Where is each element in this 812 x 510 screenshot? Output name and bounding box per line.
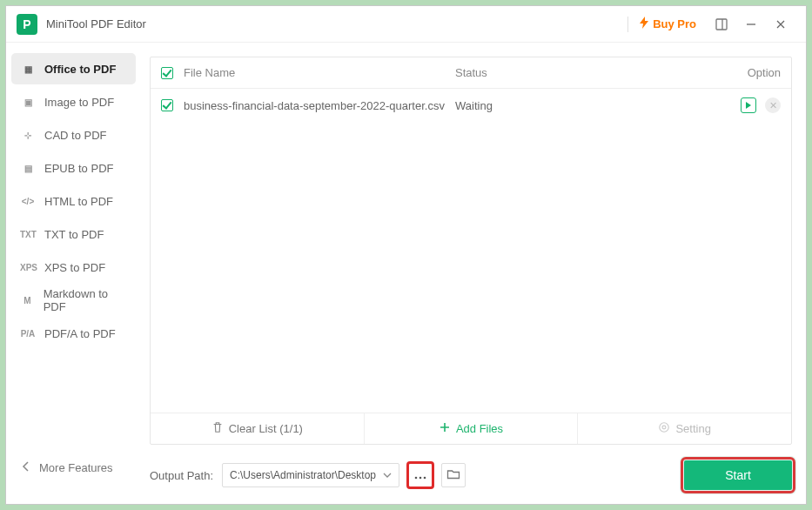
window-layout-icon[interactable] [707, 12, 736, 37]
sidebar-item-label: EPUB to PDF [44, 162, 113, 175]
sidebar-item-txt-to-pdf[interactable]: TXT TXT to PDF [11, 218, 136, 250]
column-header-option: Option [720, 66, 781, 79]
file-list: File Name Status Option business-financi… [150, 57, 792, 445]
gear-icon [658, 421, 670, 436]
setting-label: Setting [675, 422, 710, 435]
svg-point-2 [660, 423, 669, 433]
office-icon: ▦ [20, 64, 36, 74]
bolt-icon [639, 17, 649, 31]
start-button[interactable]: Start [684, 460, 792, 490]
browse-path-more-button[interactable] [408, 463, 433, 487]
main-panel: File Name Status Option business-financi… [141, 43, 806, 504]
svg-point-4 [419, 476, 422, 479]
clear-list-label: Clear List (1/1) [229, 422, 303, 435]
sidebar-item-label: CAD to PDF [44, 129, 107, 142]
sidebar-item-pdfa-to-pdf[interactable]: P/A PDF/A to PDF [11, 318, 136, 349]
sidebar-item-office-to-pdf[interactable]: ▦ Office to PDF [11, 53, 136, 84]
titlebar: MiniTool PDF Editor Buy Pro [6, 6, 806, 43]
buy-pro-label: Buy Pro [653, 17, 696, 30]
more-icon [414, 469, 426, 482]
sidebar-item-image-to-pdf[interactable]: ▣ Image to PDF [11, 86, 136, 117]
remove-row-button[interactable]: ✕ [765, 97, 781, 113]
sidebar-item-label: HTML to PDF [44, 195, 113, 208]
app-title: MiniTool PDF Editor [46, 17, 146, 30]
select-all-checkbox[interactable] [161, 67, 173, 79]
plus-icon [439, 421, 451, 436]
pdfa-icon: P/A [20, 329, 36, 339]
buy-pro-button[interactable]: Buy Pro [639, 17, 696, 31]
app-window: MiniTool PDF Editor Buy Pro ▦ Office to … [5, 5, 807, 505]
main-body: ▦ Office to PDF ▣ Image to PDF ⊹ CAD to … [6, 43, 806, 504]
folder-icon [446, 468, 460, 483]
chevron-left-icon [22, 461, 30, 474]
svg-point-3 [415, 476, 418, 479]
epub-icon: ▤ [20, 164, 36, 173]
start-label: Start [725, 468, 751, 482]
sidebar-item-label: PDF/A to PDF [44, 327, 116, 340]
output-path-select[interactable]: C:\Users\Administrator\Desktop [222, 463, 399, 487]
more-features-label: More Features [39, 461, 113, 474]
row-file-name: business-financial-data-september-2022-q… [184, 99, 445, 112]
app-logo-icon [17, 14, 37, 35]
txt-icon: TXT [20, 230, 36, 239]
sidebar: ▦ Office to PDF ▣ Image to PDF ⊹ CAD to … [6, 43, 141, 504]
open-folder-button[interactable] [441, 463, 466, 487]
output-path-value: C:\Users\Administrator\Desktop [230, 469, 376, 481]
list-toolbar: Clear List (1/1) Add Files Setting [151, 413, 791, 444]
sidebar-item-label: Office to PDF [44, 63, 116, 76]
output-path-label: Output Path: [150, 469, 213, 482]
row-checkbox[interactable] [161, 99, 173, 111]
row-status: Waiting [455, 99, 720, 112]
trash-icon [211, 421, 224, 436]
list-rows: business-financial-data-september-2022-q… [151, 89, 791, 413]
setting-button[interactable]: Setting [578, 413, 791, 444]
footer-row: Output Path: C:\Users\Administrator\Desk… [150, 460, 792, 490]
svg-point-1 [663, 426, 667, 429]
list-header: File Name Status Option [151, 57, 791, 89]
xps-icon: XPS [20, 263, 36, 272]
markdown-icon: M [20, 296, 35, 305]
column-header-status: Status [455, 66, 720, 79]
sidebar-item-epub-to-pdf[interactable]: ▤ EPUB to PDF [11, 152, 136, 184]
sidebar-item-label: TXT to PDF [44, 228, 104, 241]
svg-rect-0 [716, 19, 727, 30]
cad-icon: ⊹ [20, 131, 36, 140]
sidebar-item-cad-to-pdf[interactable]: ⊹ CAD to PDF [11, 119, 136, 151]
sidebar-item-markdown-to-pdf[interactable]: M Markdown to PDF [11, 285, 136, 316]
minimize-button[interactable] [736, 12, 766, 37]
sidebar-item-xps-to-pdf[interactable]: XPS XPS to PDF [11, 252, 136, 283]
add-files-button[interactable]: Add Files [365, 413, 579, 444]
table-row[interactable]: business-financial-data-september-2022-q… [151, 89, 791, 122]
image-icon: ▣ [20, 97, 36, 107]
chevron-down-icon [383, 469, 392, 481]
column-header-name: File Name [184, 66, 235, 79]
sidebar-item-label: Markdown to PDF [44, 287, 127, 313]
close-button[interactable] [766, 12, 795, 37]
html-icon: </> [20, 197, 36, 206]
add-files-label: Add Files [456, 422, 503, 435]
titlebar-separator [627, 17, 628, 32]
more-features-button[interactable]: More Features [11, 452, 136, 483]
play-icon[interactable] [741, 97, 756, 113]
sidebar-item-label: XPS to PDF [44, 261, 105, 274]
sidebar-item-label: Image to PDF [44, 96, 114, 109]
svg-point-5 [424, 476, 426, 479]
clear-list-button[interactable]: Clear List (1/1) [151, 413, 365, 444]
sidebar-item-html-to-pdf[interactable]: </> HTML to PDF [11, 185, 136, 217]
